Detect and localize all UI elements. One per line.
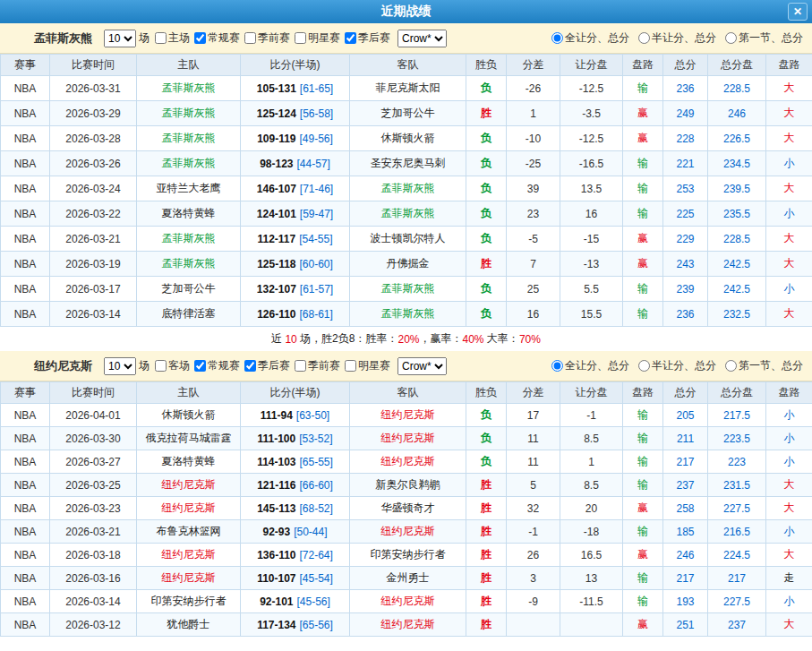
league-cell: NBA xyxy=(1,252,50,277)
win-loss-cell: 胜 xyxy=(466,252,507,277)
league-cell: NBA xyxy=(1,227,50,252)
game-row: NBA2026-03-12犹他爵士117-134[65-56]纽约尼克斯胜赢25… xyxy=(1,613,812,637)
final-score: 125-118 xyxy=(257,258,295,270)
filter-option[interactable]: 季后赛 xyxy=(244,358,290,373)
home-team-name: 纽约尼克斯 xyxy=(162,478,216,491)
filter-label: 明星赛 xyxy=(308,30,340,46)
filter-option[interactable]: 明星赛 xyxy=(295,30,340,46)
total-points-cell: 217 xyxy=(663,450,708,474)
score-cell: 124-101[59-47] xyxy=(241,201,350,227)
filter-checkbox[interactable] xyxy=(155,32,167,44)
total-line-cell: 217.5 xyxy=(708,404,766,427)
home-team-name: 休斯顿火箭 xyxy=(162,408,216,421)
away-team-cell: 丹佛掘金 xyxy=(350,252,466,277)
close-icon[interactable]: ✕ xyxy=(788,3,808,21)
over-under-cell: 小 xyxy=(766,404,812,427)
odds-type-radio[interactable] xyxy=(638,32,650,44)
filter-checkbox[interactable] xyxy=(194,32,206,44)
away-team-name: 纽约尼克斯 xyxy=(381,595,435,607)
filter-option[interactable]: 常规赛 xyxy=(194,358,240,373)
filter-option[interactable]: 季前赛 xyxy=(244,30,290,46)
score-cell: 105-131[61-65] xyxy=(241,76,350,101)
final-score: 114-103 xyxy=(257,456,295,468)
filter-option[interactable]: 明星赛 xyxy=(345,358,390,373)
filter-checkbox[interactable] xyxy=(194,360,206,372)
games-count-select[interactable]: 10 xyxy=(104,357,136,375)
date-cell: 2026-03-25 xyxy=(50,474,137,497)
win-loss-cell: 负 xyxy=(466,450,507,474)
odds-type-radio[interactable] xyxy=(725,32,737,44)
bookmaker-select[interactable]: Crow* xyxy=(397,357,447,375)
odds-type-radio[interactable] xyxy=(725,360,737,372)
away-team-cell: 金州勇士 xyxy=(350,567,466,590)
filter-checkbox[interactable] xyxy=(155,360,167,372)
point-diff-cell: 39 xyxy=(507,176,560,201)
bookmaker-select[interactable]: Crow* xyxy=(397,30,447,47)
total-line-cell: 216.5 xyxy=(708,520,766,544)
home-team-name: 孟菲斯灰熊 xyxy=(162,81,216,94)
game-row: NBA2026-03-24亚特兰大老鹰146-107[71-46]孟菲斯灰熊负3… xyxy=(1,176,812,201)
away-team-name: 印第安纳步行者 xyxy=(371,548,446,561)
total-points-cell: 236 xyxy=(663,76,708,101)
win-loss-cell: 负 xyxy=(466,126,507,151)
odds-type-option[interactable]: 第一节、总分 xyxy=(725,358,803,373)
game-row: NBA2026-04-01休斯顿火箭111-94[63-50]纽约尼克斯负17-… xyxy=(1,404,812,427)
league-cell: NBA xyxy=(1,101,50,126)
total-points-cell: 229 xyxy=(663,227,708,252)
final-score: 92-93 xyxy=(262,526,290,538)
odds-type-option[interactable]: 第一节、总分 xyxy=(725,30,803,46)
total-line-cell: 231.5 xyxy=(708,474,766,497)
odds-type-label: 第一节、总分 xyxy=(739,30,803,46)
date-cell: 2026-03-18 xyxy=(50,544,137,567)
odds-type-option[interactable]: 半让分、总分 xyxy=(638,30,716,46)
filter-option[interactable]: 常规赛 xyxy=(194,30,240,46)
filter-checkbox[interactable] xyxy=(244,32,256,44)
filter-option[interactable]: 季后赛 xyxy=(345,30,390,46)
odds-type-option[interactable]: 半让分、总分 xyxy=(638,358,716,373)
filter-checkbox[interactable] xyxy=(345,32,356,44)
half-score: [53-52] xyxy=(299,433,332,445)
column-header: 让分盘 xyxy=(560,382,623,404)
handicap-result-cell: 输 xyxy=(623,151,663,176)
over-under-cell: 大 xyxy=(766,176,812,201)
column-header: 胜负 xyxy=(466,55,507,76)
odds-type-radio[interactable] xyxy=(551,32,563,44)
away-team-name: 新奥尔良鹈鹕 xyxy=(376,478,440,491)
home-team-name: 孟菲斯灰熊 xyxy=(162,232,216,244)
filter-option[interactable]: 季前赛 xyxy=(295,358,340,373)
filter-checkbox[interactable] xyxy=(244,360,256,372)
league-cell: NBA xyxy=(1,520,50,544)
final-score: 112-117 xyxy=(257,233,295,245)
over-under-cell: 小 xyxy=(766,201,812,227)
filter-label: 主场 xyxy=(168,30,190,46)
panel-title: 近期战绩 xyxy=(381,4,432,20)
over-under-cell: 大 xyxy=(766,101,812,126)
home-team-name: 孟菲斯灰熊 xyxy=(162,257,216,270)
over-under-cell: 小 xyxy=(766,427,812,450)
filter-checkbox[interactable] xyxy=(295,32,306,44)
filter-option[interactable]: 客场 xyxy=(155,358,190,373)
column-header: 比赛时间 xyxy=(50,55,137,76)
away-team-name: 圣安东尼奥马刺 xyxy=(371,157,446,169)
filter-option[interactable]: 主场 xyxy=(155,30,190,46)
filter-checkbox[interactable] xyxy=(345,360,356,372)
odds-type-option[interactable]: 全让分、总分 xyxy=(551,358,629,373)
team-name: 孟菲斯灰熊 xyxy=(34,30,92,47)
score-cell: 121-116[66-60] xyxy=(241,474,350,497)
handicap-result-cell: 输 xyxy=(623,302,663,327)
total-points-cell: 243 xyxy=(663,252,708,277)
odds-type-radio[interactable] xyxy=(638,360,650,372)
date-cell: 2026-03-17 xyxy=(50,277,137,302)
total-points-cell: 246 xyxy=(663,544,708,567)
home-team-cell: 布鲁克林篮网 xyxy=(137,520,241,544)
final-score: 98-123 xyxy=(260,158,293,170)
away-team-cell: 菲尼克斯太阳 xyxy=(350,76,466,101)
total-points-cell: 211 xyxy=(663,427,708,450)
score-cell: 146-107[71-46] xyxy=(241,176,350,201)
odds-type-radio[interactable] xyxy=(551,360,563,372)
point-diff-cell: 26 xyxy=(507,544,560,567)
games-count-select[interactable]: 10 xyxy=(104,30,136,47)
odds-type-option[interactable]: 全让分、总分 xyxy=(551,30,629,46)
half-score: [61-65] xyxy=(300,82,333,95)
filter-checkbox[interactable] xyxy=(295,360,306,372)
